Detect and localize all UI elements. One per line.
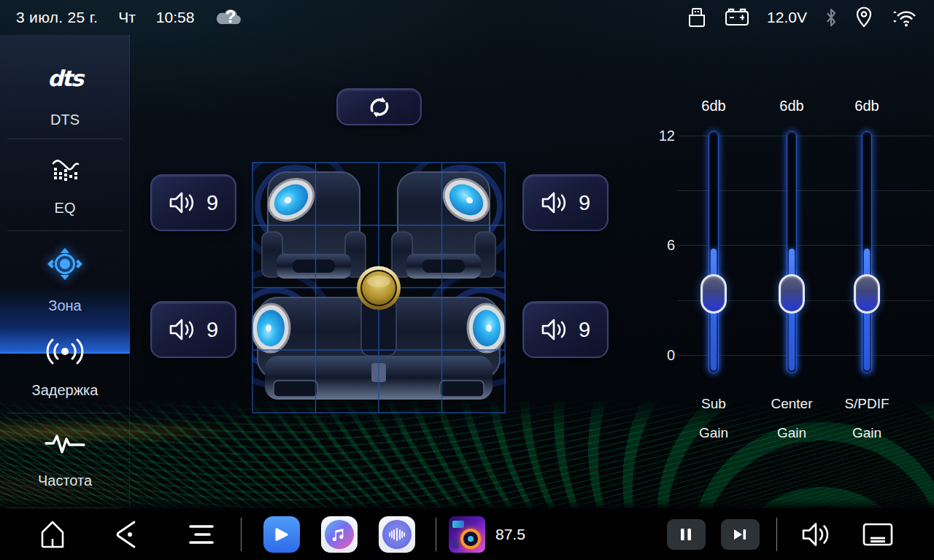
sidebar-item-label: DTS [0,112,130,128]
bottom-nav-bar: 87.5 [0,508,934,560]
balance-position-knob[interactable] [357,266,401,310]
sidebar-item-delay[interactable]: Задержка [0,335,130,399]
volume-icon[interactable] [800,521,831,548]
volume-value: 9 [207,318,218,342]
battery-voltage: 12.0V [767,9,807,26]
weather-unknown-icon[interactable]: ? [213,5,244,30]
gain-name-line1: Center [748,396,835,412]
radio-app-detail [452,540,459,548]
location-icon[interactable] [855,7,873,28]
sidebar-divider [7,230,123,231]
back-icon[interactable] [112,518,140,551]
gain-slider-sub: 6db Sub Gain [670,88,757,114]
gain-slider-thumb[interactable] [854,274,880,314]
home-icon[interactable] [38,519,67,550]
volume-button-rear-left[interactable]: 9 [150,301,236,358]
voice-wave-app-icon[interactable] [379,516,415,553]
pause-button[interactable] [667,519,706,550]
status-bar: 3 июл. 25 г. Чт 10:58 ? [0,0,934,35]
menu-lines-icon[interactable] [188,523,215,546]
voice-wave-inner-circle [382,520,412,549]
gain-slider-track[interactable] [787,131,797,373]
sidebar-item-dts[interactable]: dts DTS [0,66,130,128]
speaker-rear-left [252,303,290,353]
music-app-inner-circle [325,520,354,549]
sidebar-divider [7,413,123,413]
sidebar-item-label: Зона [0,298,130,314]
sync-refresh-icon [366,95,393,120]
gain-name-line2: Gain [670,425,757,441]
zone-car-visualization[interactable] [252,162,506,413]
play-app-icon[interactable] [263,516,300,553]
gain-value-label: 6db [670,98,757,114]
gain-name-line2: Gain [748,425,835,441]
speaker-volume-icon [541,191,567,214]
volume-button-rear-right[interactable]: 9 [522,301,609,358]
gain-slider-track[interactable] [862,131,872,373]
sidebar-item-label: EQ [0,200,130,217]
bottom-bar-divider [241,518,242,551]
volume-value: 9 [207,191,218,215]
volume-button-front-right[interactable]: 9 [522,174,609,231]
frequency-wave-icon [0,429,130,458]
radio-app-detail [452,521,464,528]
gain-tick-6: 6 [646,237,675,254]
gain-slider-track[interactable] [709,131,719,373]
gain-value-label: 6db [748,98,835,114]
status-date: 3 июл. 25 г. [16,9,98,26]
dts-logo: dts [0,66,130,91]
sidebar-item-label: Частота [0,472,130,489]
equalizer-icon [0,153,130,184]
radio-frequency-label: 87.5 [495,526,525,543]
radio-app-icon[interactable] [449,516,485,553]
speaker-rear-right [467,303,506,353]
gain-slider-thumb[interactable] [700,274,727,314]
head-unit-screen: 3 июл. 25 г. Чт 10:58 ? [0,0,934,560]
speaker-volume-icon [541,318,567,341]
sidebar-divider [7,139,123,139]
status-weekday: Чт [118,9,136,26]
bottom-bar-divider [436,518,436,551]
radio-app-speaker-cap [468,536,474,542]
sidebar-item-label: Задержка [0,382,130,399]
sidebar-item-frequency[interactable]: Частота [0,429,130,489]
zone-reset-button[interactable] [336,88,422,125]
gain-slider-thumb[interactable] [779,274,805,314]
zone-joystick-icon [0,244,130,284]
volume-value: 9 [579,318,590,342]
gain-name-line1: S/PDIF [823,396,911,412]
sidebar-item-eq[interactable]: EQ [0,153,130,217]
gain-name-line2: Gain [823,425,911,441]
music-app-icon[interactable] [321,516,358,553]
bluetooth-icon[interactable] [825,7,838,28]
gain-slider-center: 6db Center Gain [748,88,835,114]
background-soundwave-texture [0,397,934,510]
sidebar-item-zone[interactable]: Зона [0,244,130,314]
gain-name-line1: Sub [670,396,757,412]
car-battery-icon [725,7,749,28]
wifi-icon[interactable] [890,7,916,28]
display-icon[interactable] [862,522,894,547]
volume-value: 9 [579,191,590,215]
gain-slider-spdif: 6db S/PDIF Gain [823,88,911,114]
svg-text:?: ? [225,7,236,26]
volume-button-front-left[interactable]: 9 [150,174,236,231]
speaker-volume-icon [169,191,195,214]
gain-tick-0: 0 [646,347,675,364]
gain-value-label: 6db [823,98,911,114]
sidebar: dts DTS EQ [0,35,130,509]
speaker-volume-icon [169,318,195,341]
next-track-button[interactable] [721,519,760,550]
gain-tick-12: 12 [646,128,675,144]
bottom-bar-divider [776,518,777,551]
usb-icon [687,7,707,28]
delay-signal-icon [0,335,130,368]
status-time: 10:58 [156,9,195,26]
